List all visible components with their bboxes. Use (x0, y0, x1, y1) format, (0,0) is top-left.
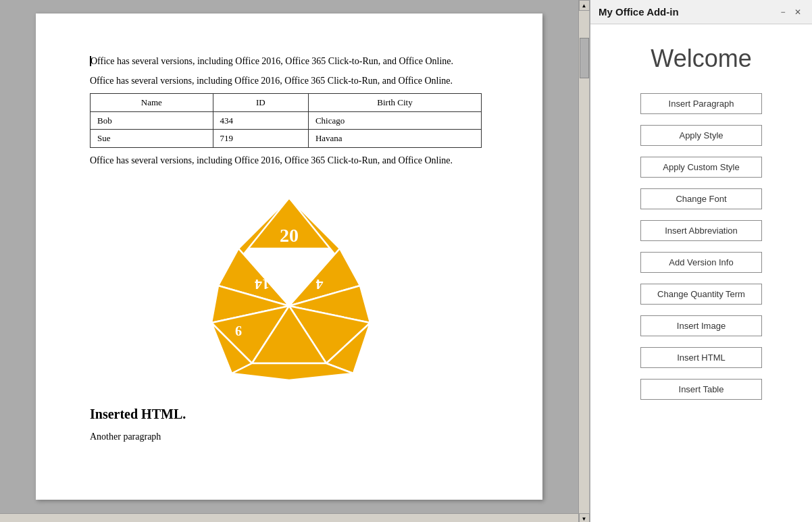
table-header-name: Name (91, 94, 213, 112)
svg-text:4: 4 (316, 276, 324, 293)
add-version-info-button[interactable]: Add Version Info (640, 252, 762, 273)
close-button[interactable]: ✕ (792, 6, 804, 18)
scroll-up-arrow[interactable]: ▲ (579, 0, 590, 11)
change-quantity-term-button[interactable]: Change Quantity Term (640, 284, 762, 305)
scroll-down-arrow[interactable]: ▼ (579, 513, 590, 522)
document-scroll-area[interactable]: Office has several versions, including O… (0, 0, 578, 513)
inserted-html-label: Inserted HTML. (90, 404, 488, 424)
paragraph-after-table: Office has several versions, including O… (90, 153, 488, 167)
dice-image: 20 14 4 9 (90, 188, 488, 384)
addin-titlebar: My Office Add-in − ✕ (590, 0, 812, 24)
word-document-area: Office has several versions, including O… (0, 0, 589, 522)
document-bottom-scrollbar[interactable] (0, 513, 578, 522)
svg-text:14: 14 (255, 276, 270, 293)
addin-content: Welcome Insert Paragraph Apply Style App… (590, 24, 812, 522)
svg-text:20: 20 (280, 225, 299, 246)
insert-html-button[interactable]: Insert HTML (640, 347, 762, 368)
insert-image-button[interactable]: Insert Image (640, 315, 762, 336)
table-row: Sue 719 Havana (91, 130, 482, 148)
data-table: Name ID Birth City Bob 434 Chicago Sue 7… (90, 93, 482, 148)
paragraph-2: Office has several versions, including O… (90, 74, 488, 88)
svg-text:9: 9 (235, 323, 242, 338)
table-header-city: Birth City (308, 94, 481, 112)
vertical-scrollbar[interactable]: ▲ ▼ (578, 0, 589, 522)
scroll-thumb[interactable] (580, 38, 589, 78)
change-font-button[interactable]: Change Font (640, 188, 762, 209)
addin-welcome-heading: Welcome (651, 45, 751, 73)
paragraph-1: Office has several versions, including O… (90, 54, 488, 68)
addin-controls: − ✕ (777, 6, 804, 18)
minimize-button[interactable]: − (777, 6, 789, 18)
addin-panel: My Office Add-in − ✕ Welcome Insert Para… (589, 0, 812, 522)
document-page: Office has several versions, including O… (36, 14, 542, 500)
table-row: Bob 434 Chicago (91, 111, 482, 130)
svg-marker-14 (232, 363, 353, 380)
apply-custom-style-button[interactable]: Apply Custom Style (640, 157, 762, 178)
apply-style-button[interactable]: Apply Style (640, 125, 762, 146)
insert-paragraph-button[interactable]: Insert Paragraph (640, 93, 762, 114)
insert-abbreviation-button[interactable]: Insert Abbreviation (640, 220, 762, 241)
insert-table-button[interactable]: Insert Table (640, 379, 762, 400)
addin-title: My Office Add-in (599, 6, 679, 18)
table-header-id: ID (213, 94, 308, 112)
another-paragraph: Another paragraph (90, 429, 488, 444)
